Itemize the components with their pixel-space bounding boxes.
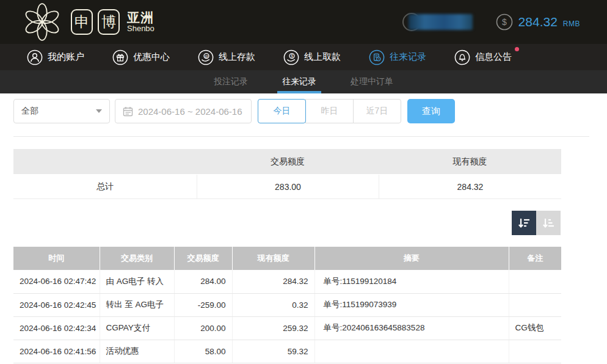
summary-current-total: 284.32	[379, 175, 561, 198]
section-divider	[13, 136, 589, 137]
sort-ascending-icon	[541, 216, 556, 230]
summary-total-label: 总计	[13, 175, 197, 198]
brand-logo[interactable]: 申 博 亚洲 Shenbo	[22, 2, 154, 42]
cell-note	[509, 340, 561, 363]
column-header-note: 备注	[509, 247, 561, 270]
cell-note	[509, 270, 561, 293]
nav-item-my-account[interactable]: 我的账户	[27, 49, 84, 65]
summary-total-row: 总计 283.00 284.32	[13, 175, 561, 199]
brand-latin: Shenbo	[127, 24, 154, 33]
cell-balance: 259.32	[232, 316, 314, 340]
tab-betting-records[interactable]: 投注记录	[213, 70, 249, 93]
filter-bar: 全部 2024-06-16 ~ 2024-06-16 今日 昨日 近7日 查询	[13, 99, 607, 123]
user-icon	[27, 49, 43, 65]
summary-header-row: 交易额度 现有额度	[13, 149, 561, 174]
calendar-icon	[123, 106, 133, 117]
cell-time: 2024-06-16 02:41:56	[13, 340, 100, 363]
table-row: 2024-06-16 02:47:42 由 AG电子 转入 284.00 284…	[13, 270, 561, 293]
svg-text:$: $	[291, 54, 293, 58]
category-select[interactable]: 全部	[13, 99, 110, 123]
nav-label: 线上取款	[304, 51, 341, 63]
sort-descending-icon	[517, 216, 531, 230]
cell-note	[509, 293, 561, 316]
record-subtabs: 投注记录 往来记录 处理中订单	[0, 70, 607, 93]
sort-controls	[0, 211, 561, 235]
table-row: 2024-06-16 02:41:56 活动优惠 58.00 59.32	[13, 340, 561, 363]
username-display[interactable]	[402, 12, 473, 32]
nav-item-announcements[interactable]: 信息公告	[454, 49, 512, 65]
transactions-table: 时间 交易类别 交易额度 现有额度 摘要 备注 2024-06-16 02:47…	[13, 247, 561, 363]
brand-region: 亚洲	[127, 11, 154, 24]
nav-label: 优惠中心	[133, 51, 170, 63]
last7days-button[interactable]: 近7日	[353, 99, 401, 123]
cell-amount: 200.00	[174, 316, 232, 340]
table-row: 2024-06-16 02:42:34 CGPAY支付 200.00 259.3…	[13, 316, 561, 340]
summary-table: 交易额度 现有额度 总计 283.00 284.32	[13, 149, 561, 199]
flower-logo-icon	[22, 2, 62, 42]
svg-text:$: $	[502, 17, 507, 27]
records-icon	[369, 49, 385, 65]
brand-char-bo: 博	[98, 9, 120, 35]
notification-dot-badge	[515, 47, 519, 51]
sort-descending-button[interactable]	[512, 211, 536, 235]
top-header: 申 博 亚洲 Shenbo $ 284.32 RMB	[0, 0, 607, 44]
gift-icon	[112, 49, 128, 65]
tab-pending-orders[interactable]: 处理中订单	[349, 70, 394, 93]
cell-balance: 0.32	[232, 293, 314, 316]
cell-balance: 59.32	[232, 340, 314, 363]
cell-time: 2024-06-16 02:42:34	[13, 316, 100, 340]
balance-currency: RMB	[563, 16, 580, 28]
cell-type: CGPAY支付	[100, 316, 174, 340]
dollar-coin-icon: $	[496, 13, 513, 31]
nav-item-promotions[interactable]: 优惠中心	[112, 49, 170, 65]
date-range-input[interactable]: 2024-06-16 ~ 2024-06-16	[115, 99, 252, 123]
nav-label: 我的账户	[48, 51, 84, 63]
cell-balance: 284.32	[232, 270, 314, 293]
summary-header-current: 现有额度	[379, 149, 561, 174]
balance-display[interactable]: $ 284.32 RMB	[496, 13, 580, 31]
cell-type: 由 AG电子 转入	[100, 270, 174, 293]
nav-label: 线上存款	[219, 51, 255, 63]
column-header-summary: 摘要	[314, 247, 509, 270]
cell-time: 2024-06-16 02:42:45	[13, 293, 100, 316]
summary-header-empty	[13, 149, 197, 174]
deposit-icon: @	[198, 49, 214, 65]
column-header-time: 时间	[13, 247, 100, 270]
sort-ascending-button[interactable]	[536, 211, 561, 235]
nav-item-withdraw[interactable]: $ 线上取款	[283, 49, 341, 65]
nav-item-transaction-records[interactable]: 往来记录	[369, 49, 426, 65]
nav-label: 信息公告	[475, 51, 512, 63]
column-header-balance: 现有额度	[232, 247, 314, 270]
cell-summary: 单号:202406163645883528	[314, 316, 509, 340]
tab-transaction-records[interactable]: 往来记录	[281, 70, 318, 93]
cell-amount: 58.00	[174, 340, 232, 363]
nav-item-deposit[interactable]: @ 线上存款	[198, 49, 255, 65]
today-button[interactable]: 今日	[258, 99, 306, 123]
query-button[interactable]: 查询	[407, 99, 455, 123]
cell-type: 活动优惠	[100, 340, 174, 363]
cell-summary: 单号:115199073939	[314, 293, 509, 316]
column-header-type: 交易类别	[100, 247, 174, 270]
yesterday-button[interactable]: 昨日	[305, 99, 354, 123]
cell-amount: -259.00	[174, 293, 232, 316]
username-redacted	[409, 14, 473, 30]
table-header-row: 时间 交易类别 交易额度 现有额度 摘要 备注	[13, 247, 561, 270]
nav-label: 往来记录	[390, 51, 426, 63]
bell-icon	[454, 49, 470, 65]
cell-type: 转出 至 AG电子	[100, 293, 174, 316]
cell-amount: 284.00	[174, 270, 232, 293]
cell-summary: 单号:115199120184	[314, 270, 509, 293]
cell-time: 2024-06-16 02:47:42	[13, 270, 100, 293]
summary-transaction-total: 283.00	[197, 175, 379, 198]
brand-char-shen: 申	[71, 9, 93, 35]
table-row: 2024-06-16 02:42:45 转出 至 AG电子 -259.00 0.…	[13, 293, 561, 316]
svg-text:@: @	[205, 54, 208, 58]
date-range-value: 2024-06-16 ~ 2024-06-16	[138, 106, 242, 117]
withdraw-icon: $	[283, 49, 299, 65]
quick-range-group: 今日 昨日 近7日	[258, 99, 401, 123]
cell-summary	[314, 340, 509, 363]
chevron-down-icon	[96, 109, 102, 113]
column-header-amount: 交易额度	[174, 247, 232, 270]
balance-amount: 284.32	[518, 15, 558, 29]
summary-header-transaction: 交易额度	[197, 149, 379, 174]
